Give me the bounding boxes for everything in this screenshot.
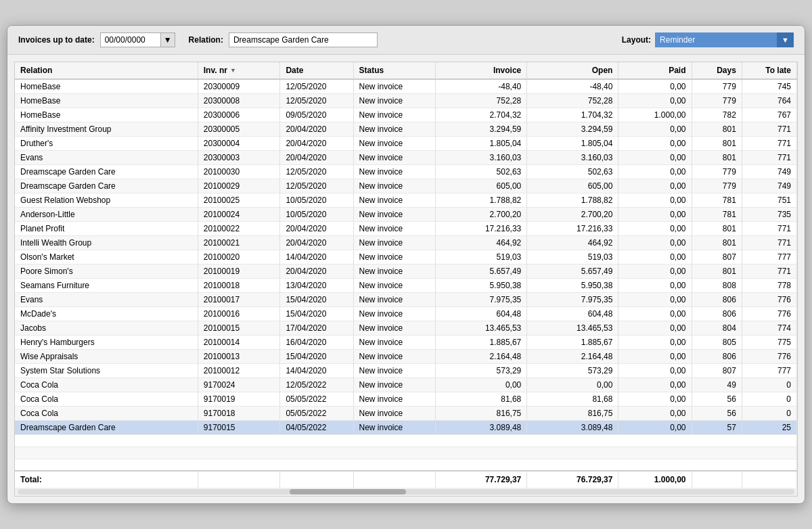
cell-4: 81,68 xyxy=(436,392,527,406)
table-row[interactable]: System Star Solutions2010001214/04/2020N… xyxy=(15,363,797,377)
cell-8: 771 xyxy=(742,122,796,136)
table-row[interactable]: Dreamscape Garden Care917001504/05/2022N… xyxy=(15,420,797,434)
cell-0: HomeBase xyxy=(15,93,198,108)
cell-8: 735 xyxy=(742,207,796,221)
cell-2: 15/04/2020 xyxy=(280,306,353,321)
cell-2: 20/04/2020 xyxy=(280,264,353,278)
col-header-status: Status xyxy=(353,62,436,79)
cell-7: 56 xyxy=(692,392,742,406)
table-row[interactable]: Evans2030000320/04/2020New invoice3.160,… xyxy=(15,150,797,164)
table-row[interactable]: Coca Cola917002412/05/2022New invoice0,0… xyxy=(15,377,797,392)
table-row[interactable]: HomeBase2030000609/05/2020New invoice2.7… xyxy=(15,108,797,122)
table-row[interactable]: Dreamscape Garden Care2010002912/05/2020… xyxy=(15,179,797,193)
cell-0: Olson's Market xyxy=(15,250,198,264)
cell-3: New invoice xyxy=(353,377,436,392)
cell-0: Wise Appraisals xyxy=(15,349,198,363)
cell-6: 0,00 xyxy=(618,150,692,164)
cell-3: New invoice xyxy=(353,136,436,150)
scrollbar-thumb[interactable] xyxy=(290,489,406,495)
cell-3: New invoice xyxy=(353,235,436,250)
cell-0: Jacobs xyxy=(15,321,198,335)
table-row[interactable]: Evans2010001715/04/2020New invoice7.975,… xyxy=(15,292,797,306)
table-row[interactable]: Poore Simon's2010001920/04/2020New invoi… xyxy=(15,264,797,278)
cell-2: 12/05/2020 xyxy=(280,179,353,193)
cell-0: McDade's xyxy=(15,306,198,321)
cell-4: 604,48 xyxy=(436,306,527,321)
total-invoice: 77.729,37 xyxy=(436,471,527,488)
cell-4: 816,75 xyxy=(436,406,527,420)
cell-6: 0,00 xyxy=(618,264,692,278)
table-row[interactable]: Coca Cola917001905/05/2022New invoice81,… xyxy=(15,392,797,406)
layout-group: Layout: ▼ xyxy=(622,32,794,47)
cell-4: 752,28 xyxy=(436,93,527,108)
table-row[interactable]: Affinity Investment Group2030000520/04/2… xyxy=(15,122,797,136)
cell-1: 20100017 xyxy=(198,292,280,306)
cell-0: Poore Simon's xyxy=(15,264,198,278)
cell-8: 775 xyxy=(742,335,796,349)
cell-1: 20100014 xyxy=(198,335,280,349)
cell-7: 779 xyxy=(692,93,742,108)
table-row[interactable]: HomeBase2030000812/05/2020New invoice752… xyxy=(15,93,797,108)
cell-2: 12/05/2020 xyxy=(280,93,353,108)
table-row[interactable]: Olson's Market2010002014/04/2020New invo… xyxy=(15,250,797,264)
relation-input[interactable] xyxy=(229,32,378,47)
cell-6: 0,00 xyxy=(618,221,692,235)
cell-0: Dreamscape Garden Care xyxy=(15,164,198,179)
col-header-invnr[interactable]: Inv. nr ▼ xyxy=(198,62,280,79)
cell-2: 10/05/2020 xyxy=(280,207,353,221)
cell-7: 806 xyxy=(692,292,742,306)
cell-5: 605,00 xyxy=(527,179,618,193)
cell-7: 779 xyxy=(692,179,742,193)
cell-0: Guest Relation Webshop xyxy=(15,193,198,207)
layout-dropdown-button[interactable]: ▼ xyxy=(777,32,794,47)
cell-7: 801 xyxy=(692,136,742,150)
cell-4: 1.885,67 xyxy=(436,335,527,349)
col-header-invoice: Invoice xyxy=(436,62,527,79)
cell-1: 20100022 xyxy=(198,221,280,235)
col-header-relation: Relation xyxy=(15,62,198,79)
cell-4: 3.089,48 xyxy=(436,420,527,434)
cell-7: 804 xyxy=(692,321,742,335)
table-row[interactable]: Druther's2030000420/04/2020New invoice1.… xyxy=(15,136,797,150)
layout-input[interactable] xyxy=(655,32,777,47)
cell-0: Dreamscape Garden Care xyxy=(15,179,198,193)
total-status-empty xyxy=(353,471,436,488)
table-row[interactable]: Anderson-Little2010002410/05/2020New inv… xyxy=(15,207,797,221)
cell-1: 20100019 xyxy=(198,264,280,278)
cell-4: 3.294,59 xyxy=(436,122,527,136)
cell-4: 17.216,33 xyxy=(436,221,527,235)
table-row[interactable]: McDade's2010001615/04/2020New invoice604… xyxy=(15,306,797,321)
relation-group: Relation: xyxy=(189,32,378,47)
horizontal-scrollbar[interactable] xyxy=(15,488,797,496)
cell-6: 0,00 xyxy=(618,377,692,392)
table-row[interactable]: Coca Cola917001805/05/2022New invoice816… xyxy=(15,406,797,420)
toolbar: Invoices up to date: ▼ Relation: Layout:… xyxy=(7,26,805,55)
date-dropdown-arrow[interactable]: ▼ xyxy=(161,32,175,47)
cell-2: 13/04/2020 xyxy=(280,278,353,292)
cell-4: 2.704,32 xyxy=(436,108,527,122)
cell-7: 808 xyxy=(692,278,742,292)
table-row[interactable]: Seamans Furniture2010001813/04/2020New i… xyxy=(15,278,797,292)
cell-2: 05/05/2022 xyxy=(280,392,353,406)
cell-1: 9170018 xyxy=(198,406,280,420)
table-row[interactable]: Intelli Wealth Group2010002120/04/2020Ne… xyxy=(15,235,797,250)
col-header-tolate: To late xyxy=(742,62,796,79)
date-input[interactable] xyxy=(100,32,161,47)
cell-5: 13.465,53 xyxy=(527,321,618,335)
cell-3: New invoice xyxy=(353,321,436,335)
cell-6: 0,00 xyxy=(618,406,692,420)
cell-2: 12/05/2020 xyxy=(280,79,353,94)
table-row[interactable]: Dreamscape Garden Care2010003012/05/2020… xyxy=(15,164,797,179)
table-row[interactable]: Planet Profit2010002220/04/2020New invoi… xyxy=(15,221,797,235)
table-row[interactable]: Guest Relation Webshop2010002510/05/2020… xyxy=(15,193,797,207)
empty-row-3 xyxy=(15,459,797,471)
cell-8: 771 xyxy=(742,136,796,150)
table-row[interactable]: Henry's Hamburgers2010001416/04/2020New … xyxy=(15,335,797,349)
table-row[interactable]: HomeBase2030000912/05/2020New invoice-48… xyxy=(15,79,797,94)
cell-0: HomeBase xyxy=(15,79,198,94)
cell-1: 20100029 xyxy=(198,179,280,193)
table-row[interactable]: Wise Appraisals2010001315/04/2020New inv… xyxy=(15,349,797,363)
table-row[interactable]: Jacobs2010001517/04/2020New invoice13.46… xyxy=(15,321,797,335)
cell-1: 20100020 xyxy=(198,250,280,264)
cell-0: Affinity Investment Group xyxy=(15,122,198,136)
